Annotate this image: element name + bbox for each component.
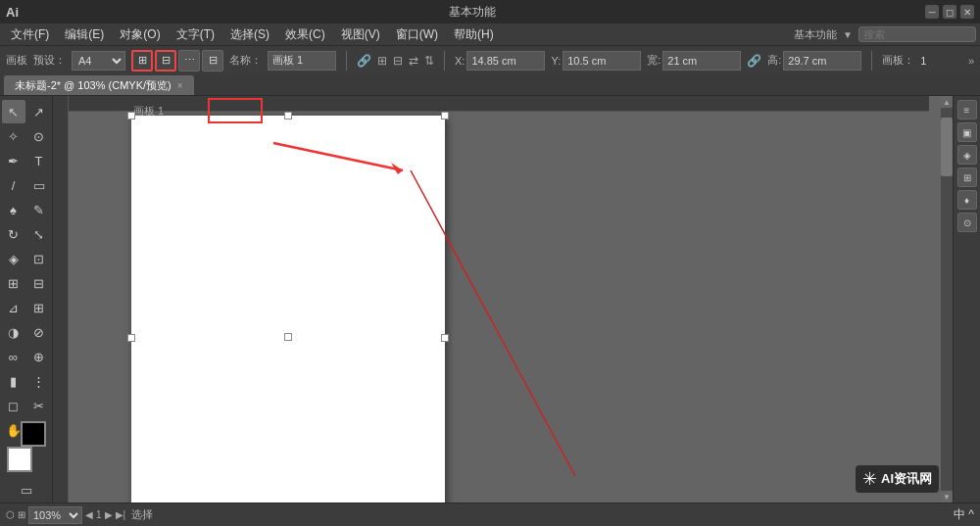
restore-button[interactable]: ◻: [943, 5, 956, 19]
scroll-down-button[interactable]: ▼: [941, 491, 953, 502]
left-toolbox: ↖ ↗ ✧ ⊙ ✒ T / ▭ ♠ ✎ ↻ ⤡ ◈ ⊡ ⊞ ⊟: [0, 96, 53, 502]
slice-button[interactable]: ⋮: [27, 369, 51, 393]
magic-wand-button[interactable]: ✧: [2, 124, 25, 148]
tool-pair-gradient: ◑ ⊘: [2, 320, 51, 344]
eraser-button[interactable]: ◻: [2, 394, 25, 417]
column-graph-button[interactable]: ▮: [2, 369, 25, 393]
preset-select[interactable]: A4 A3 Letter: [72, 51, 125, 71]
lasso-button[interactable]: ⊙: [27, 124, 51, 148]
scroll-thumb[interactable]: [941, 118, 953, 176]
tool-pair-warp: ◈ ⊡: [2, 247, 51, 270]
minimize-button[interactable]: ─: [925, 5, 939, 19]
artboard-options-button[interactable]: ⋯: [178, 50, 200, 72]
tab-close-button[interactable]: ×: [177, 80, 183, 91]
ruler-corner: [53, 96, 69, 112]
menu-select[interactable]: 选择(S): [223, 24, 276, 45]
free-transform-button[interactable]: ⊡: [27, 247, 51, 270]
menu-effect[interactable]: 效果(C): [278, 24, 332, 45]
panel-toggle-4[interactable]: ⊞: [957, 167, 977, 187]
delete-artboard-button[interactable]: ⊟: [155, 50, 176, 72]
align-icon: ⊞: [377, 54, 387, 68]
new-artboard-button[interactable]: ⊞: [131, 50, 153, 72]
symbol-sprayer-button[interactable]: ⊕: [27, 345, 51, 368]
scissors-button[interactable]: ✂: [27, 394, 51, 417]
pen-tool-button[interactable]: ✒: [2, 149, 25, 172]
menu-text[interactable]: 文字(T): [170, 24, 221, 45]
menu-edit[interactable]: 编辑(E): [58, 24, 111, 45]
page-prev-button[interactable]: ◀: [85, 509, 93, 520]
menu-help[interactable]: 帮助(H): [447, 24, 501, 45]
paintbrush-button[interactable]: ♠: [2, 198, 25, 221]
perspective-grid-button[interactable]: ⊿: [2, 296, 25, 319]
y-field: Y:: [551, 51, 641, 71]
screen-mode-button[interactable]: ▭: [15, 478, 38, 502]
lang-indicator[interactable]: 中 ^: [954, 506, 974, 523]
direct-select-tool-button[interactable]: ↗: [27, 100, 51, 123]
menu-object[interactable]: 对象(O): [113, 24, 167, 45]
panel-toggle-1[interactable]: ≡: [957, 100, 977, 120]
name-input[interactable]: [268, 51, 336, 71]
page-num: 1: [96, 509, 102, 520]
line-tool-button[interactable]: /: [2, 173, 25, 197]
handle-ml[interactable]: [127, 334, 135, 342]
menu-file[interactable]: 文件(F): [4, 24, 56, 45]
annotation-box: [208, 98, 263, 123]
shape-builder-button[interactable]: ⊞: [2, 271, 25, 295]
mesh-button[interactable]: ⊞: [27, 296, 51, 319]
artboard-rearrange-button[interactable]: ⊟: [202, 50, 223, 72]
workspace-label: 基本功能: [794, 27, 837, 42]
scroll-up-button[interactable]: ▲: [941, 96, 953, 108]
panel-toggle-5[interactable]: ♦: [957, 190, 977, 210]
h-field: 高:: [767, 51, 861, 71]
y-input[interactable]: [563, 51, 641, 71]
scale-tool-button[interactable]: ⤡: [27, 222, 51, 246]
panel-toggle-6[interactable]: ⊙: [957, 213, 977, 232]
selection-tool-button[interactable]: ↖: [2, 100, 25, 123]
separator1: [346, 51, 347, 71]
handle-tc[interactable]: [284, 112, 292, 120]
status-middle: 选择: [131, 507, 153, 522]
tool-pair-brush: ♠ ✎: [2, 198, 51, 221]
canvas-area[interactable]: -10 -5 0 5 10 15 20 画板 1: [53, 96, 941, 502]
background-color[interactable]: [21, 421, 46, 447]
chain-icon: 🔗: [747, 54, 761, 68]
tab-bar: 未标题-2* @ 103% (CMYK/预览) ×: [0, 74, 980, 96]
handle-mr[interactable]: [441, 334, 449, 342]
preset-label: 预设：: [33, 53, 66, 68]
foreground-color[interactable]: [7, 447, 32, 472]
window-controls[interactable]: ─ ◻ ✕: [925, 5, 974, 19]
panel-toggle-3[interactable]: ◈: [957, 145, 977, 165]
document-tab[interactable]: 未标题-2* @ 103% (CMYK/预览) ×: [4, 75, 194, 95]
text-tool-button[interactable]: T: [27, 149, 51, 172]
menu-view[interactable]: 视图(V): [334, 24, 387, 45]
x-input[interactable]: [466, 51, 545, 71]
main-layout: ↖ ↗ ✧ ⊙ ✒ T / ▭ ♠ ✎ ↻ ⤡ ◈ ⊡ ⊞ ⊟: [0, 96, 980, 502]
menu-window[interactable]: 窗口(W): [389, 24, 445, 45]
panel-toggle-2[interactable]: ▣: [957, 122, 977, 142]
eyedropper-button[interactable]: ⊘: [27, 320, 51, 344]
w-input[interactable]: [662, 51, 741, 71]
scroll-track[interactable]: [941, 108, 953, 491]
h-input[interactable]: [783, 51, 861, 71]
vertical-scrollbar[interactable]: ▲ ▼: [941, 96, 953, 502]
w-label: 宽:: [647, 53, 661, 68]
pencil-button[interactable]: ✎: [27, 198, 51, 221]
search-input[interactable]: [858, 26, 976, 42]
gradient-tool-button[interactable]: ◑: [2, 320, 25, 344]
zoom-select[interactable]: 103% 100% 75% 50%: [28, 506, 82, 524]
handle-tr[interactable]: [441, 112, 449, 120]
rotate-tool-button[interactable]: ↻: [2, 222, 25, 246]
artboard-label: 画板 1: [133, 104, 164, 119]
rect-tool-button[interactable]: ▭: [27, 173, 51, 197]
page-next-button[interactable]: ▶: [105, 509, 113, 520]
blend-tool-button[interactable]: ∞: [2, 345, 25, 368]
live-paint-button[interactable]: ⊟: [27, 271, 51, 295]
distribute-icon: ⊟: [393, 54, 403, 68]
center-handle[interactable]: [284, 333, 292, 341]
options-bar: 画板 预设： A4 A3 Letter ⊞ ⊟ ⋯ ⊟ 名称： 🔗 ⊞ ⊟ ⇄ …: [0, 45, 980, 74]
close-button[interactable]: ✕: [960, 5, 974, 19]
warp-tool-button[interactable]: ◈: [2, 247, 25, 270]
workspace-arrow[interactable]: ▼: [843, 29, 853, 40]
bitmap-icon: ⊞: [18, 509, 25, 520]
page-end-button[interactable]: ▶|: [116, 509, 126, 520]
